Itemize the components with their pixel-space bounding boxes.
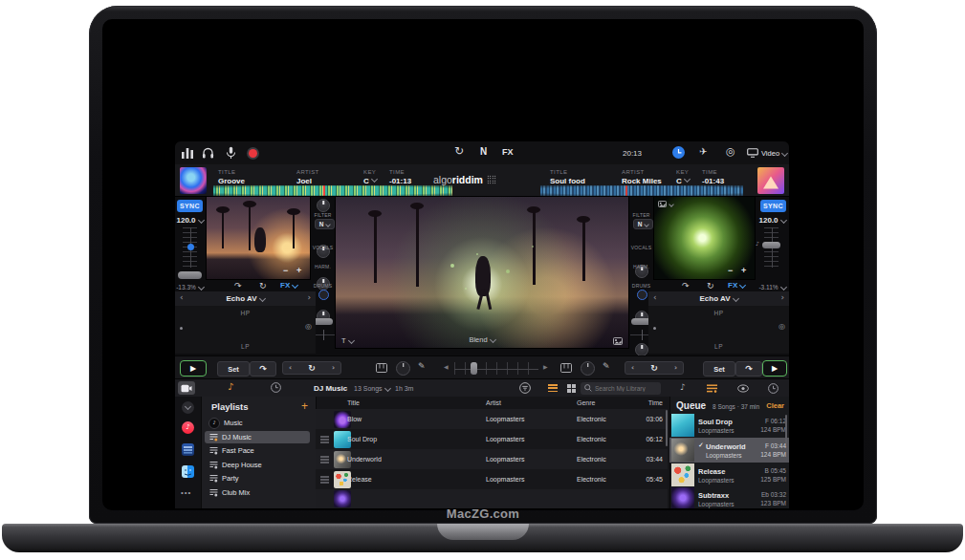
- playlist-item-fast-pace[interactable]: Fast Pace: [205, 444, 310, 457]
- queue-row[interactable]: Subtraxx Loopmasters Eb 03:32 123 BPM: [669, 487, 789, 508]
- playlist-item-music[interactable]: ♪ Music: [205, 417, 310, 429]
- keyboard-shortcuts-icon[interactable]: [560, 363, 572, 373]
- zoom-in-button[interactable]: +: [741, 266, 746, 275]
- next-fx-arrow[interactable]: ›: [307, 293, 311, 302]
- next-fx-arrow[interactable]: ›: [780, 293, 784, 302]
- edit-pencil-icon[interactable]: ✎: [418, 362, 426, 371]
- deck-left-volume-fader[interactable]: [313, 318, 333, 325]
- grid-view-icon[interactable]: [567, 384, 576, 393]
- table-scrollbar[interactable]: [666, 410, 668, 446]
- deck-right-gain-knob[interactable]: [581, 361, 595, 376]
- deck-right-play-button[interactable]: ▶: [762, 360, 787, 377]
- deck-right-harmony-knob[interactable]: [635, 343, 648, 356]
- column-header-genre[interactable]: Genre: [577, 399, 595, 406]
- more-sources-button[interactable]: •••: [181, 488, 191, 497]
- deck-right-cue-knob[interactable]: [637, 290, 647, 300]
- video-mode-selector[interactable]: Video: [747, 148, 787, 158]
- tab-queue-songs[interactable]: ♪: [680, 383, 686, 392]
- loop-double-arrow[interactable]: ›: [674, 364, 677, 372]
- queue-row[interactable]: Soul Drop Loopmasters F 06:12 124 BPM: [669, 413, 789, 438]
- keyboard-shortcuts-icon[interactable]: [376, 363, 387, 373]
- table-row[interactable]: Blow Loopmasters Electronic 03:06: [316, 409, 668, 429]
- filter-icon[interactable]: [519, 382, 531, 394]
- deck-left-sync-button[interactable]: SYNC: [177, 200, 203, 212]
- deck-right-tempo-slider[interactable]: [764, 227, 779, 268]
- video-source-selector[interactable]: [658, 201, 673, 207]
- deck-left-loop-control[interactable]: ‹ ↻ ›: [282, 361, 341, 375]
- deck-right-bpm[interactable]: 120.0: [757, 216, 788, 225]
- deck-left-filter-knob[interactable]: [317, 199, 330, 212]
- deck-left-tempo-percent[interactable]: -13.3%: [175, 284, 205, 291]
- queue-clear-button[interactable]: Clear: [766, 401, 784, 410]
- automix-icon[interactable]: ✈: [699, 147, 707, 157]
- prev-fx-arrow[interactable]: ‹: [180, 293, 184, 302]
- deck-right-bend-button[interactable]: ↷: [735, 361, 762, 377]
- playlist-item-dj-music-selected[interactable]: DJ Music: [205, 431, 310, 443]
- deck-left-waveform[interactable]: [213, 185, 452, 196]
- video-library-button[interactable]: [178, 381, 195, 395]
- image-icon[interactable]: [613, 337, 623, 345]
- deck-left-bpm[interactable]: 120.0: [175, 216, 205, 225]
- deck-left-cue-knob[interactable]: [318, 290, 329, 300]
- library-search[interactable]: [581, 382, 661, 395]
- pitch-bend-icon[interactable]: ↷: [682, 282, 690, 291]
- deck-right-fx-toggle[interactable]: FX: [728, 281, 745, 290]
- edit-pencil-icon[interactable]: ✎: [603, 362, 610, 371]
- zoom-out-button[interactable]: −: [728, 266, 733, 275]
- loop-icon[interactable]: ↻: [259, 282, 267, 291]
- queue-row[interactable]: Release Loopmasters B 05:45 125 BPM: [669, 463, 789, 487]
- fx-toolbar-button[interactable]: FX: [502, 147, 514, 157]
- target-record-icon[interactable]: ◎: [726, 146, 735, 157]
- deck-left-gain-knob[interactable]: [396, 361, 410, 376]
- fx-xy-pad[interactable]: HP LP ◎: [648, 306, 789, 354]
- playlist-item-club-mix[interactable]: Club Mix: [205, 486, 310, 499]
- session-timer-icon[interactable]: [672, 146, 685, 159]
- pitch-bend-icon[interactable]: ↷: [234, 282, 242, 291]
- search-input[interactable]: [595, 382, 657, 395]
- playlist-item-party[interactable]: Party: [205, 472, 310, 485]
- tab-preview[interactable]: [737, 384, 749, 393]
- add-playlist-button[interactable]: +: [301, 399, 308, 413]
- deck-left-fx-toggle[interactable]: FX: [280, 281, 297, 290]
- loop-icon[interactable]: ↻: [308, 364, 316, 373]
- deck-right-loop-control[interactable]: ‹ ↻ ›: [625, 361, 684, 375]
- blend-mode-selector[interactable]: Blend: [336, 335, 628, 344]
- loop-icon[interactable]: ↻: [707, 282, 714, 291]
- tab-session-history[interactable]: [768, 383, 779, 394]
- deck-left-pitch-bend[interactable]: [178, 271, 202, 279]
- fx-xy-pad[interactable]: HP LP ◎: [175, 306, 316, 354]
- column-header-time[interactable]: Time: [625, 399, 663, 406]
- loop-halve-arrow[interactable]: ‹: [631, 364, 634, 372]
- main-video-display[interactable]: T Blend: [335, 196, 629, 349]
- deck-right-cue-set-button[interactable]: Set: [703, 361, 735, 377]
- deck-left-cue-set-button[interactable]: Set: [217, 361, 250, 377]
- crossfader-left-arrow[interactable]: ◀: [444, 364, 449, 370]
- library-source-name[interactable]: DJ Music: [314, 384, 347, 393]
- loop-mode-icon[interactable]: ↻: [454, 145, 464, 157]
- collapse-sources-button[interactable]: [182, 401, 194, 414]
- deck-left-bend-button[interactable]: ↷: [250, 361, 276, 377]
- library-song-count[interactable]: 13 Songs: [354, 385, 390, 392]
- apple-music-source-icon[interactable]: ♪: [182, 421, 194, 434]
- deck-right-neural-button[interactable]: N: [633, 219, 653, 229]
- record-icon[interactable]: [249, 149, 257, 158]
- deck-right-tempo-percent[interactable]: -3.11%: [757, 284, 788, 291]
- fx-selector-bar[interactable]: ‹ Echo AV ›: [175, 291, 316, 307]
- deck-left-tempo-slider[interactable]: [183, 227, 197, 268]
- zoom-out-button[interactable]: −: [283, 266, 288, 275]
- zoom-in-button[interactable]: +: [296, 266, 301, 275]
- table-row[interactable]: [316, 489, 668, 508]
- column-header-artist[interactable]: Artist: [486, 399, 501, 406]
- tab-queue[interactable]: [707, 384, 717, 393]
- tempo-slider-handle[interactable]: [187, 244, 194, 250]
- table-row[interactable]: Underworld Loopmasters Electronic 03:44: [316, 449, 668, 469]
- neural-mix-button[interactable]: N: [480, 146, 487, 157]
- deck-right-key[interactable]: C: [676, 177, 690, 185]
- queue-scrollbar[interactable]: [785, 415, 787, 443]
- deck-right-video-preview[interactable]: − +: [653, 196, 756, 280]
- loop-double-arrow[interactable]: ›: [332, 364, 335, 372]
- tab-history[interactable]: [271, 382, 281, 393]
- headphones-icon[interactable]: [202, 146, 214, 159]
- deck-left-key[interactable]: C: [363, 177, 377, 185]
- playlist-item-deep-house[interactable]: Deep House: [205, 459, 310, 471]
